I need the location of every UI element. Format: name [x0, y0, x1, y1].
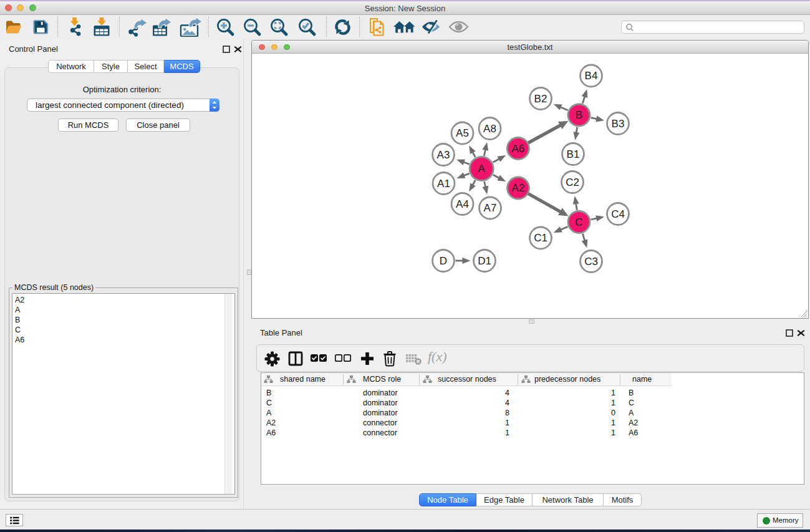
svg-text:C4: C4 [611, 208, 625, 220]
svg-text:A2: A2 [512, 182, 525, 194]
svg-text:C1: C1 [534, 232, 547, 244]
svg-text:B3: B3 [612, 118, 625, 130]
svg-text:C: C [575, 216, 582, 228]
svg-text:B1: B1 [567, 148, 580, 160]
svg-text:C2: C2 [566, 177, 579, 188]
svg-text:A: A [478, 163, 486, 175]
svg-text:B2: B2 [534, 93, 547, 105]
svg-text:D1: D1 [478, 255, 491, 267]
svg-text:B4: B4 [585, 70, 598, 82]
svg-text:A7: A7 [484, 202, 497, 214]
svg-text:A3: A3 [437, 149, 450, 161]
svg-text:A5: A5 [456, 127, 469, 139]
svg-text:A1: A1 [437, 178, 450, 190]
svg-text:A6: A6 [512, 143, 525, 155]
svg-text:A4: A4 [456, 198, 469, 210]
svg-text:D: D [440, 255, 447, 267]
svg-text:C3: C3 [584, 256, 598, 268]
svg-text:A8: A8 [483, 123, 496, 135]
svg-text:B: B [576, 109, 582, 121]
